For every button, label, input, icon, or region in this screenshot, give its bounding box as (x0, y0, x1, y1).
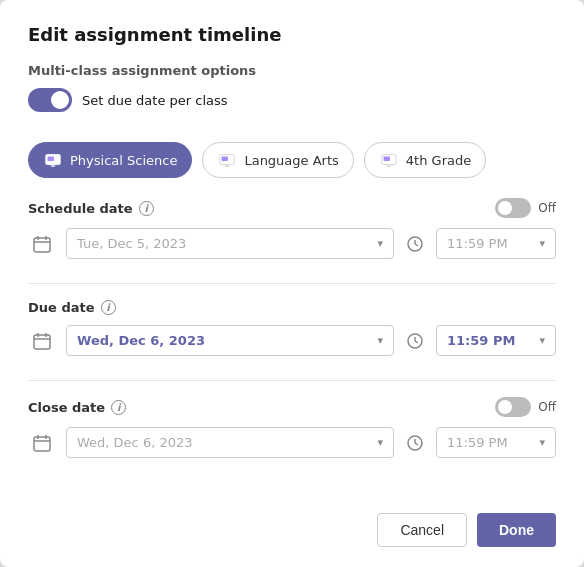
multiclass-section: Multi-class assignment options Set due d… (28, 63, 556, 112)
schedule-time-chevron: ▾ (539, 237, 545, 250)
due-time-icon (404, 330, 426, 352)
toggle-thumb (51, 91, 69, 109)
close-info-icon[interactable]: i (111, 400, 126, 415)
svg-rect-11 (383, 156, 389, 161)
multiclass-label: Multi-class assignment options (28, 63, 556, 78)
schedule-toggle-thumb (498, 201, 512, 215)
4th-grade-icon (379, 150, 399, 170)
svg-rect-5 (49, 165, 56, 166)
done-button[interactable]: Done (477, 513, 556, 547)
svg-line-34 (415, 443, 418, 445)
close-time-picker[interactable]: 11:59 PM ▾ (436, 427, 556, 458)
schedule-time-icon (404, 233, 426, 255)
divider-2 (28, 380, 556, 381)
close-date-row: Wed, Dec 6, 2023 ▾ 11:59 PM ▾ (28, 427, 556, 458)
svg-rect-13 (385, 165, 392, 166)
due-date-chevron: ▾ (377, 334, 383, 347)
svg-rect-28 (34, 437, 50, 451)
due-label: Due date i (28, 300, 116, 315)
schedule-date-row: Tue, Dec 5, 2023 ▾ 11:59 PM ▾ (28, 228, 556, 259)
physical-science-icon (43, 150, 63, 170)
schedule-date-section: Schedule date i Off Tue, Dec 5, 2 (28, 198, 556, 259)
schedule-date-chevron: ▾ (377, 237, 383, 250)
close-date-value: Wed, Dec 6, 2023 (77, 435, 193, 450)
schedule-date-label: Schedule date (28, 201, 133, 216)
close-toggle-row: Off (495, 397, 556, 417)
due-time-picker[interactable]: 11:59 PM ▾ (436, 325, 556, 356)
close-time-value: 11:59 PM (447, 435, 508, 450)
close-time-chevron: ▾ (539, 436, 545, 449)
schedule-date-value: Tue, Dec 5, 2023 (77, 236, 186, 251)
tab-4th-grade-label: 4th Grade (406, 153, 471, 168)
schedule-date-picker[interactable]: Tue, Dec 5, 2023 ▾ (66, 228, 394, 259)
schedule-time-picker[interactable]: 11:59 PM ▾ (436, 228, 556, 259)
tab-physical-science[interactable]: Physical Science (28, 142, 192, 178)
edit-assignment-modal: Edit assignment timeline Multi-class ass… (0, 0, 584, 567)
svg-rect-14 (34, 238, 50, 252)
svg-rect-7 (222, 156, 228, 161)
due-info-icon[interactable]: i (101, 300, 116, 315)
schedule-calendar-icon[interactable] (28, 230, 56, 258)
tab-language-arts-label: Language Arts (244, 153, 338, 168)
divider-1 (28, 283, 556, 284)
schedule-time-value: 11:59 PM (447, 236, 508, 251)
close-date-chevron: ▾ (377, 436, 383, 449)
close-calendar-icon[interactable] (28, 429, 56, 457)
svg-rect-8 (226, 165, 230, 166)
due-date-label: Due date (28, 300, 95, 315)
svg-line-20 (415, 244, 418, 246)
tab-language-arts[interactable]: Language Arts (202, 142, 353, 178)
modal-footer: Cancel Done (28, 497, 556, 547)
close-time-icon (404, 432, 426, 454)
due-time-chevron: ▾ (539, 334, 545, 347)
due-date-section: Due date i Wed, Dec 6, 2023 ▾ (28, 300, 556, 356)
schedule-toggle[interactable] (495, 198, 531, 218)
due-calendar-icon[interactable] (28, 327, 56, 355)
due-label-row: Due date i (28, 300, 556, 315)
close-date-label: Close date (28, 400, 105, 415)
svg-rect-2 (48, 156, 54, 161)
tab-4th-grade[interactable]: 4th Grade (364, 142, 486, 178)
svg-rect-21 (34, 335, 50, 349)
close-toggle[interactable] (495, 397, 531, 417)
close-toggle-thumb (498, 400, 512, 414)
schedule-toggle-row: Off (495, 198, 556, 218)
due-date-picker[interactable]: Wed, Dec 6, 2023 ▾ (66, 325, 394, 356)
schedule-label-row: Schedule date i Off (28, 198, 556, 218)
language-arts-icon (217, 150, 237, 170)
svg-rect-3 (48, 162, 52, 163)
schedule-info-icon[interactable]: i (139, 201, 154, 216)
tab-physical-science-label: Physical Science (70, 153, 177, 168)
cancel-button[interactable]: Cancel (377, 513, 467, 547)
close-label: Close date i (28, 400, 126, 415)
due-date-row: Wed, Dec 6, 2023 ▾ 11:59 PM ▾ (28, 325, 556, 356)
due-time-value: 11:59 PM (447, 333, 515, 348)
schedule-label: Schedule date i (28, 201, 154, 216)
due-date-value: Wed, Dec 6, 2023 (77, 333, 205, 348)
close-date-picker[interactable]: Wed, Dec 6, 2023 ▾ (66, 427, 394, 458)
class-tabs: Physical Science Language Arts (28, 142, 556, 178)
close-date-section: Close date i Off Wed, Dec 6, 2023 (28, 397, 556, 458)
toggle-label: Set due date per class (82, 93, 228, 108)
svg-rect-4 (51, 165, 55, 166)
toggle-row: Set due date per class (28, 88, 556, 112)
svg-rect-9 (224, 165, 231, 166)
modal-title: Edit assignment timeline (28, 24, 556, 45)
close-label-row: Close date i Off (28, 397, 556, 417)
close-off-label: Off (538, 400, 556, 414)
set-due-date-toggle[interactable] (28, 88, 72, 112)
svg-line-27 (415, 341, 418, 343)
schedule-off-label: Off (538, 201, 556, 215)
svg-rect-12 (387, 165, 391, 166)
